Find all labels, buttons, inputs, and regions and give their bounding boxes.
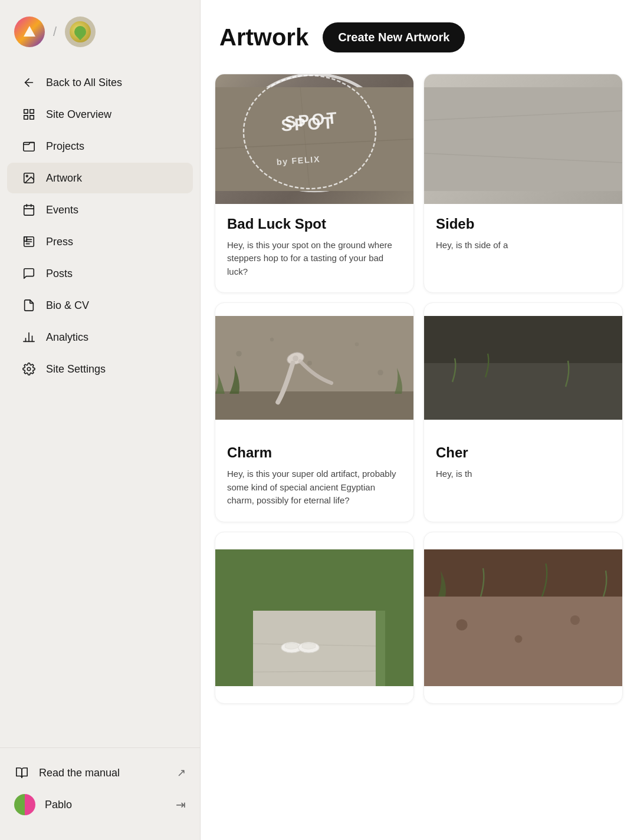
sidebar-label-artwork: Artwork: [46, 172, 82, 185]
sidebar-footer: Read the manual ↗ Pablo ⇥: [0, 747, 200, 826]
svg-point-57: [456, 619, 467, 630]
card-desc-charm: Hey, is this your super old artifact, pr…: [227, 467, 402, 508]
main-header: Artwork Create New Artwork: [201, 0, 637, 69]
sidebar-label-projects: Projects: [46, 140, 84, 153]
card-desc-bad-luck-spot: Hey, is this your spot on the ground whe…: [227, 239, 402, 279]
svg-rect-17: [24, 237, 27, 241]
card-body-cher: Cher Hey, is th: [424, 433, 622, 495]
sidebar-item-site-overview[interactable]: Site Overview: [7, 99, 193, 130]
artwork-card-charm[interactable]: Charm Hey, is this your super old artifa…: [215, 302, 414, 522]
image-icon: [21, 170, 37, 186]
sidebar-nav: Back to All Sites Site Overview Projects…: [0, 61, 200, 747]
svg-rect-2: [24, 110, 28, 113]
file-icon: [21, 298, 37, 313]
sidebar-item-events[interactable]: Events: [7, 195, 193, 225]
sidebar: / Back to All Sites Site Overview: [0, 0, 201, 840]
artwork-card-bad-luck-spot[interactable]: SPOT by FELIX Bad Luck Spot Hey, is this…: [215, 74, 414, 293]
svg-point-59: [570, 615, 580, 625]
svg-text:SPOT: SPOT: [281, 113, 336, 135]
book-icon: [14, 765, 29, 780]
breadcrumb-slash: /: [53, 24, 57, 39]
sidebar-label-press: Press: [46, 236, 73, 248]
svg-rect-49: [215, 549, 253, 686]
svg-rect-4: [24, 116, 28, 119]
create-artwork-button[interactable]: Create New Artwork: [323, 22, 465, 52]
card-body-charm: Charm Hey, is this your super old artifa…: [215, 433, 413, 521]
external-link-icon: ↗: [177, 766, 186, 779]
sidebar-item-projects[interactable]: Projects: [7, 131, 193, 162]
svg-rect-44: [424, 363, 622, 420]
newspaper-icon: [21, 234, 37, 249]
card-title-charm: Charm: [227, 444, 402, 462]
svg-marker-0: [24, 26, 35, 37]
svg-point-36: [236, 351, 242, 357]
svg-rect-56: [424, 597, 622, 686]
card-title-cher: Cher: [436, 444, 610, 462]
svg-point-8: [26, 175, 28, 177]
svg-rect-5: [30, 116, 34, 119]
settings-icon: [21, 361, 37, 377]
card-desc-sideb: Hey, is th side of a: [436, 239, 610, 252]
svg-rect-35: [215, 391, 413, 420]
sidebar-item-analytics[interactable]: Analytics: [7, 322, 193, 353]
sidebar-item-artwork[interactable]: Artwork: [7, 163, 193, 193]
svg-rect-9: [24, 206, 34, 216]
sidebar-item-posts[interactable]: Posts: [7, 258, 193, 289]
sidebar-label-analytics: Analytics: [46, 331, 88, 344]
avatar: [14, 794, 35, 815]
svg-point-40: [377, 370, 383, 375]
sidebar-label-posts: Posts: [46, 268, 73, 280]
artwork-card-dirt[interactable]: [423, 532, 623, 704]
app-logo[interactable]: [14, 17, 45, 47]
svg-point-39: [355, 342, 359, 346]
card-body-bad-luck-spot: Bad Luck Spot Hey, is this your spot on …: [215, 204, 413, 292]
site-avatar[interactable]: [65, 17, 96, 47]
card-title-sideb: Sideb: [436, 216, 610, 233]
sidebar-item-site-settings[interactable]: Site Settings: [7, 354, 193, 384]
message-icon: [21, 266, 37, 281]
svg-point-37: [270, 338, 274, 341]
card-body-sideb: Sideb Hey, is th side of a: [424, 204, 622, 266]
calendar-icon: [21, 202, 37, 218]
sidebar-header: /: [0, 0, 200, 61]
sidebar-label-events: Events: [46, 204, 78, 216]
sidebar-label-site-overview: Site Overview: [46, 108, 111, 121]
read-manual-item[interactable]: Read the manual ↗: [7, 757, 193, 788]
svg-rect-50: [385, 549, 413, 686]
artwork-card-cher[interactable]: Cher Hey, is th: [423, 302, 623, 522]
artwork-card-sideb[interactable]: Sideb Hey, is th side of a: [423, 74, 623, 293]
card-desc-cher: Hey, is th: [436, 467, 610, 481]
back-arrow-icon: [21, 75, 37, 90]
user-row[interactable]: Pablo ⇥: [7, 788, 193, 821]
bar-chart-icon: [21, 330, 37, 345]
svg-point-58: [515, 635, 523, 643]
sidebar-item-press[interactable]: Press: [7, 226, 193, 257]
svg-point-38: [307, 361, 312, 365]
sidebar-label-bio-cv: Bio & CV: [46, 299, 89, 312]
artwork-grid: SPOT by FELIX Bad Luck Spot Hey, is this…: [201, 69, 637, 709]
sidebar-item-bio-cv[interactable]: Bio & CV: [7, 290, 193, 321]
grid-icon: [21, 107, 37, 122]
user-name: Pablo: [45, 799, 72, 811]
read-manual-label: Read the manual: [39, 767, 120, 779]
artwork-card-slippers[interactable]: [215, 532, 414, 704]
folder-icon: [21, 139, 37, 154]
page-title: Artwork: [219, 24, 308, 51]
main-content: Artwork Create New Artwork SPOT: [201, 0, 637, 840]
sidebar-label-site-settings: Site Settings: [46, 363, 106, 375]
logout-icon[interactable]: ⇥: [176, 798, 186, 812]
back-label: Back to All Sites: [46, 77, 122, 89]
card-title-bad-luck-spot: Bad Luck Spot: [227, 216, 402, 233]
svg-point-22: [27, 367, 31, 371]
svg-rect-31: [424, 87, 622, 191]
back-to-all-sites[interactable]: Back to All Sites: [7, 67, 193, 98]
svg-rect-3: [30, 110, 34, 113]
svg-rect-24: [215, 87, 413, 191]
